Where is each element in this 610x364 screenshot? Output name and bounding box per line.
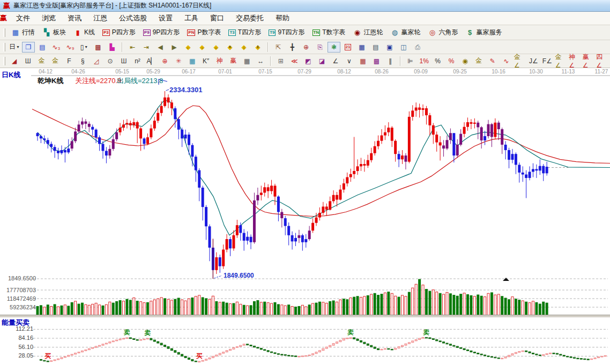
parallel-lines-tool[interactable]: ∥ bbox=[384, 56, 397, 66]
gann-wheel-button[interactable]: ◉江恩轮 bbox=[349, 26, 387, 39]
notepad-icon[interactable]: ▤ bbox=[369, 42, 382, 53]
speed-line-tool[interactable]: ◪ bbox=[316, 56, 329, 66]
cycle-wave-tool[interactable]: ∿ bbox=[500, 56, 513, 66]
quotes-button[interactable]: ▦行情 bbox=[8, 26, 39, 39]
zoom-in-h-button[interactable]: ◆✕ bbox=[224, 42, 236, 53]
trend-angle-tool[interactable]: ∠ bbox=[329, 56, 342, 66]
jump-last-button[interactable]: ⇥ bbox=[140, 42, 153, 53]
network-icon[interactable]: ◫ bbox=[397, 42, 410, 53]
menu-item-9[interactable]: 帮助 bbox=[270, 12, 295, 24]
cycle-circle-tool[interactable]: ⊙ bbox=[104, 56, 117, 66]
jump-first-button[interactable]: ⇤ bbox=[126, 42, 139, 53]
golden-ratio-tool[interactable]: 金 bbox=[49, 56, 62, 66]
info-panel-icon[interactable]: ▤ bbox=[36, 42, 49, 53]
wave3-icon[interactable]: ∿₃ bbox=[50, 42, 63, 53]
percent-lines-tool[interactable]: % bbox=[445, 56, 458, 66]
shen-angle-tool[interactable]: 神∠ bbox=[568, 56, 581, 66]
square-web-tool[interactable]: ▦ bbox=[186, 56, 199, 66]
chart-canvas[interactable] bbox=[0, 68, 610, 364]
star-web-tool[interactable]: ✳ bbox=[172, 56, 185, 66]
menu-item-1[interactable]: 浏览 bbox=[36, 12, 62, 24]
calculator-icon[interactable]: ▦ bbox=[355, 42, 368, 53]
menu-item-0[interactable]: 文件 bbox=[10, 12, 36, 24]
golden-angle-tool[interactable]: 金∠ bbox=[514, 56, 526, 66]
hexagon-button[interactable]: ◎六角形 bbox=[425, 26, 462, 39]
number-grid-tool[interactable]: ▦ bbox=[241, 56, 254, 66]
toolbar-grip[interactable] bbox=[3, 43, 5, 51]
span-measure-tool[interactable]: ↔ bbox=[255, 56, 267, 66]
9p-square-button[interactable]: P99P四方形 bbox=[139, 26, 183, 39]
winner-service-button[interactable]: $赢家服务 bbox=[462, 26, 506, 39]
fan-lines-tool[interactable]: ≪ bbox=[288, 56, 301, 66]
percent-one-tool[interactable]: 1% bbox=[418, 56, 430, 66]
panel-divider[interactable] bbox=[0, 315, 610, 318]
step-back-button[interactable]: ◀ bbox=[154, 42, 167, 53]
smart-assistant-icon[interactable]: ❃ bbox=[328, 42, 340, 53]
p-number-table-button[interactable]: PNP数字表 bbox=[183, 26, 225, 39]
9t-square-button[interactable]: T99T四方形 bbox=[265, 26, 308, 39]
circle-cross-tool[interactable]: ⊕ bbox=[159, 56, 172, 66]
percent-tool[interactable]: % bbox=[432, 56, 444, 66]
hand-tool[interactable]: ⇱ bbox=[272, 42, 285, 53]
sectors-button[interactable]: ▚板块 bbox=[39, 26, 70, 39]
golden-circle-tool[interactable]: ◉ bbox=[459, 56, 472, 66]
four-angle-tool[interactable]: 四∠ bbox=[596, 56, 608, 66]
gann-fan-tool[interactable]: ◢ bbox=[8, 56, 21, 66]
draw-fit-tool[interactable]: ✎ bbox=[486, 56, 499, 66]
f-angle-tool[interactable]: F∠ bbox=[541, 56, 554, 66]
wave9-icon[interactable]: ∿₉ bbox=[64, 42, 77, 53]
menu-item-4[interactable]: 公式选股 bbox=[113, 12, 153, 24]
angle-box-tool[interactable]: ◩ bbox=[302, 56, 315, 66]
menu-item-2[interactable]: 资讯 bbox=[62, 12, 87, 24]
pan-left-button[interactable]: ◆← bbox=[182, 42, 195, 53]
price-ruler-tool[interactable]: Ш bbox=[21, 56, 34, 66]
pan-right-button[interactable]: ◆→ bbox=[196, 42, 209, 53]
time-ruler-tool[interactable]: Ш bbox=[117, 56, 130, 66]
fibonacci-tool[interactable]: F bbox=[63, 56, 76, 66]
scale-fit-button[interactable]: ◆⇕ bbox=[251, 42, 264, 53]
angle-ruler-tool[interactable]: ◿ bbox=[90, 56, 103, 66]
win-tool[interactable]: 赢 bbox=[227, 56, 240, 66]
angle-a-tool[interactable]: A▏ bbox=[145, 56, 158, 66]
printer-icon[interactable]: ⎙ bbox=[411, 42, 424, 53]
chart-pattern-icon[interactable]: ▩ bbox=[92, 42, 105, 53]
p-square-button[interactable]: P3P四方形 bbox=[99, 26, 139, 39]
candle-style-selector[interactable]: ▯▼ bbox=[78, 42, 91, 53]
save-icon[interactable]: ▣ bbox=[383, 42, 396, 53]
toolbar-grip[interactable] bbox=[3, 28, 5, 37]
golden-lines-tool[interactable]: 金 bbox=[472, 56, 485, 66]
calendar-icon[interactable]: 21 bbox=[341, 42, 354, 53]
t-number-table-button[interactable]: TNT数字表 bbox=[309, 26, 349, 39]
menu-item-3[interactable]: 江恩 bbox=[87, 12, 113, 24]
color-volume-icon[interactable]: ▙ bbox=[106, 42, 118, 53]
gann-grid-tool[interactable]: ▦ bbox=[356, 56, 369, 66]
magnifier-tool[interactable]: ⊕ bbox=[300, 42, 313, 53]
crosshair-tool[interactable]: ╋ bbox=[286, 42, 299, 53]
k-mark-tool[interactable]: K″ bbox=[199, 56, 212, 66]
copy-chart-button[interactable]: ⎘ bbox=[314, 42, 326, 53]
gann-grid2-tool[interactable]: ▩ bbox=[370, 56, 383, 66]
menu-item-7[interactable]: 窗口 bbox=[204, 12, 230, 24]
win-angle-tool[interactable]: 赢∠ bbox=[582, 56, 595, 66]
window-layout-icon[interactable]: ❐ bbox=[22, 42, 35, 53]
scale-ruler-tool[interactable]: ⊫ bbox=[404, 56, 417, 66]
rect-tool[interactable]: ⊞ bbox=[274, 56, 287, 66]
golden-section-tool[interactable]: 金 bbox=[35, 56, 48, 66]
scale-up-button[interactable]: ◆↕ bbox=[237, 42, 250, 53]
step-forward-button[interactable]: ▶ bbox=[168, 42, 181, 53]
spiral-tool[interactable]: § bbox=[77, 56, 90, 66]
t-square-button[interactable]: T3T四方形 bbox=[225, 26, 265, 39]
toolbar-grip[interactable] bbox=[3, 57, 5, 65]
zoom-out-h-button[interactable]: ◆↔ bbox=[210, 42, 222, 53]
winner-wheel-button[interactable]: ◍赢家轮 bbox=[387, 26, 425, 39]
square-number-tool[interactable]: n² bbox=[131, 56, 144, 66]
shen-tool[interactable]: 神 bbox=[213, 56, 226, 66]
menu-item-5[interactable]: 设置 bbox=[153, 12, 178, 24]
menu-item-6[interactable]: 工具 bbox=[178, 12, 204, 24]
golden-angle2-tool[interactable]: 金∠ bbox=[555, 56, 568, 66]
chart-area[interactable]: 日K线 乾坤K线 关注线=2270.9 出局线=2213.8 2334.3301… bbox=[0, 68, 610, 364]
menu-item-8[interactable]: 交易委托 bbox=[230, 12, 270, 24]
period-selector[interactable]: 日▼ bbox=[8, 42, 21, 53]
j-angle-tool[interactable]: J∠ bbox=[527, 56, 540, 66]
zigzag-tool[interactable]: ∨ bbox=[343, 56, 356, 66]
